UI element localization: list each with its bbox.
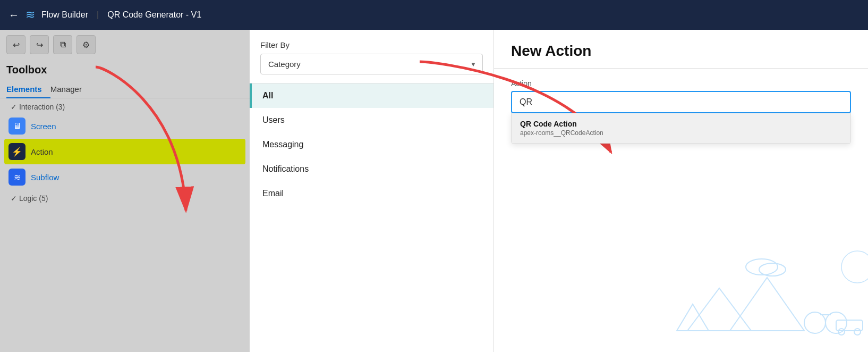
- panel-title: New Action: [494, 30, 868, 69]
- svg-point-12: [759, 263, 786, 276]
- action-dropdown: QR Code Action apex-rooms__QRCodeAction: [511, 113, 851, 144]
- category-all[interactable]: All: [250, 83, 493, 108]
- dropdown-item-title-suffix: Code Action: [533, 120, 577, 128]
- app-name: Flow Builder: [41, 10, 88, 20]
- copy-button[interactable]: ⧉: [53, 35, 72, 54]
- dropdown-item-qr[interactable]: QR Code Action apex-rooms__QRCodeAction: [512, 113, 850, 143]
- subflow-icon: ≋: [8, 169, 25, 186]
- toolbox-title: Toolbox: [0, 60, 250, 80]
- category-messaging[interactable]: Messaging: [250, 132, 493, 157]
- sidebar: ↩ ↪ ⧉ ⚙ Toolbox Elements Manager ✓ Inter…: [0, 30, 250, 352]
- filter-select-wrapper: Category: [260, 54, 483, 74]
- toolbox-item-action[interactable]: ⚡ Action: [4, 139, 245, 164]
- toolbox-items: ✓ Interaction (3) 🖥 Screen ⚡ Action ≋ Su…: [0, 98, 250, 205]
- flow-name: QR Code Generator - V1: [107, 10, 201, 20]
- toolbox-item-screen[interactable]: 🖥 Screen: [4, 113, 245, 139]
- svg-point-11: [746, 259, 778, 275]
- action-icon: ⚡: [8, 143, 25, 160]
- action-label-text: Action: [31, 147, 53, 156]
- dropdown-item-subtitle: apex-rooms__QRCodeAction: [520, 129, 842, 137]
- category-email[interactable]: Email: [250, 181, 493, 206]
- dropdown-item-title: QR Code Action: [520, 120, 842, 128]
- highlight-qr: QR: [520, 120, 531, 128]
- tabs-row: Elements Manager: [0, 80, 250, 98]
- category-users[interactable]: Users: [250, 108, 493, 132]
- background-illustration: [656, 246, 868, 352]
- filter-label: Filter By: [260, 40, 483, 49]
- action-input-wrapper: QR Code Action apex-rooms__QRCodeAction: [511, 91, 851, 113]
- svg-marker-2: [687, 288, 751, 331]
- screen-icon: 🖥: [8, 118, 25, 135]
- right-panel: New Action Action QR Code Action apex-ro…: [494, 30, 868, 352]
- topbar: ← ≋ Flow Builder | QR Code Generator - V…: [0, 0, 868, 30]
- toolbar: ↩ ↪ ⧉ ⚙: [0, 30, 250, 60]
- redo-button[interactable]: ↪: [30, 35, 49, 54]
- separator: |: [97, 10, 99, 20]
- svg-marker-3: [730, 278, 804, 331]
- action-field-label: Action: [511, 79, 851, 88]
- tab-elements[interactable]: Elements: [6, 80, 50, 98]
- filter-section: Filter By Category: [250, 30, 493, 83]
- svg-point-13: [841, 251, 868, 283]
- category-list: All Users Messaging Notifications Email: [250, 83, 493, 206]
- screen-label: Screen: [31, 122, 56, 131]
- section-interaction: ✓ Interaction (3): [4, 98, 245, 113]
- tab-manager[interactable]: Manager: [50, 80, 90, 98]
- section-logic: ✓ Logic (5): [4, 190, 245, 205]
- toolbox-item-subflow[interactable]: ≋ Subflow: [4, 164, 245, 190]
- main-area: ↩ ↪ ⧉ ⚙ Toolbox Elements Manager ✓ Inter…: [0, 30, 868, 352]
- center-panel: Filter By Category All Users Messaging N…: [250, 30, 494, 352]
- logo-icon: ≋: [25, 8, 35, 22]
- back-icon[interactable]: ←: [8, 9, 19, 21]
- undo-button[interactable]: ↩: [6, 35, 25, 54]
- filter-select[interactable]: Category: [260, 54, 483, 74]
- action-search-input[interactable]: [511, 91, 851, 113]
- svg-point-10: [854, 329, 861, 335]
- settings-button[interactable]: ⚙: [76, 35, 96, 54]
- category-notifications[interactable]: Notifications: [250, 157, 493, 181]
- panel-content: Action QR Code Action apex-rooms__QRCode…: [494, 69, 868, 352]
- subflow-label: Subflow: [31, 173, 59, 182]
